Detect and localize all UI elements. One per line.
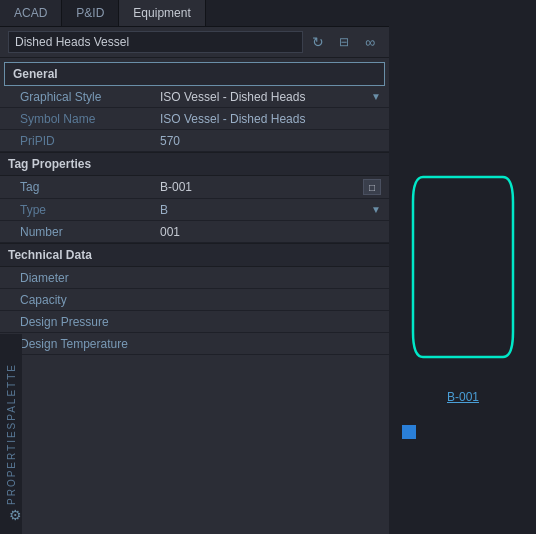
vessel-diagram-panel: B-001: [390, 0, 536, 534]
tab-pid[interactable]: P&ID: [62, 0, 119, 26]
capacity-row: Capacity: [0, 289, 389, 311]
vessel-tag-label: B-001: [447, 390, 479, 404]
type-dropdown-icon[interactable]: ▼: [371, 204, 381, 215]
design-temperature-row: Design Temperature: [0, 333, 389, 355]
vessel-container: B-001: [390, 0, 536, 534]
type-value: B: [160, 203, 367, 217]
section-technical-data: Technical Data: [0, 243, 389, 267]
pri-pid-value: 570: [160, 134, 381, 148]
link-button[interactable]: ∞: [359, 31, 381, 53]
tag-browse-button[interactable]: □: [363, 179, 381, 195]
section-tag-properties: Tag Properties: [0, 152, 389, 176]
diameter-label: Diameter: [20, 271, 160, 285]
tab-equipment[interactable]: Equipment: [119, 0, 205, 26]
design-pressure-row: Design Pressure: [0, 311, 389, 333]
tab-acad[interactable]: ACAD: [0, 0, 62, 26]
graphical-style-value: ISO Vessel - Dished Heads: [160, 90, 367, 104]
tag-label: Tag: [20, 180, 160, 194]
settings-icon[interactable]: ⚙: [4, 504, 26, 526]
tab-bar: ACAD P&ID Equipment: [0, 0, 389, 27]
refresh-button[interactable]: ↻: [307, 31, 329, 53]
symbol-name-row: Symbol Name ISO Vessel - Dished Heads: [0, 108, 389, 130]
refresh-icon: ↻: [312, 34, 324, 50]
number-row: Number 001: [0, 221, 389, 243]
tag-value: B-001: [160, 180, 359, 194]
pri-pid-label: PriPID: [20, 134, 160, 148]
type-row: Type B ▼: [0, 199, 389, 221]
capacity-label: Capacity: [20, 293, 160, 307]
number-label: Number: [20, 225, 160, 239]
properties-area: General Graphical Style ISO Vessel - Dis…: [0, 58, 389, 534]
diameter-row: Diameter: [0, 267, 389, 289]
section-general: General: [4, 62, 385, 86]
graphical-style-label: Graphical Style: [20, 90, 160, 104]
symbol-name-value: ISO Vessel - Dished Heads: [160, 112, 381, 126]
properties-panel: ACAD P&ID Equipment Dished Heads Vessel …: [0, 0, 390, 534]
graphical-style-dropdown-icon[interactable]: ▼: [371, 91, 381, 102]
vessel-select[interactable]: Dished Heads Vessel: [8, 31, 303, 53]
type-label: Type: [20, 203, 160, 217]
symbol-name-label: Symbol Name: [20, 112, 160, 126]
anchor-point: [402, 425, 416, 439]
vessel-svg: [408, 147, 518, 387]
graphical-style-row: Graphical Style ISO Vessel - Dished Head…: [0, 86, 389, 108]
toolbar: Dished Heads Vessel ↻ ⊟ ∞: [0, 27, 389, 58]
design-pressure-label: Design Pressure: [20, 315, 160, 329]
pri-pid-row: PriPID 570: [0, 130, 389, 152]
link-icon: ∞: [365, 34, 375, 50]
number-value: 001: [160, 225, 381, 239]
tag-row: Tag B-001 □: [0, 176, 389, 199]
grid-button[interactable]: ⊟: [333, 31, 355, 53]
properties-palette-label: PROPERTIESPALETTE: [6, 363, 17, 505]
design-temperature-label: Design Temperature: [20, 337, 160, 351]
grid-icon: ⊟: [339, 35, 349, 49]
